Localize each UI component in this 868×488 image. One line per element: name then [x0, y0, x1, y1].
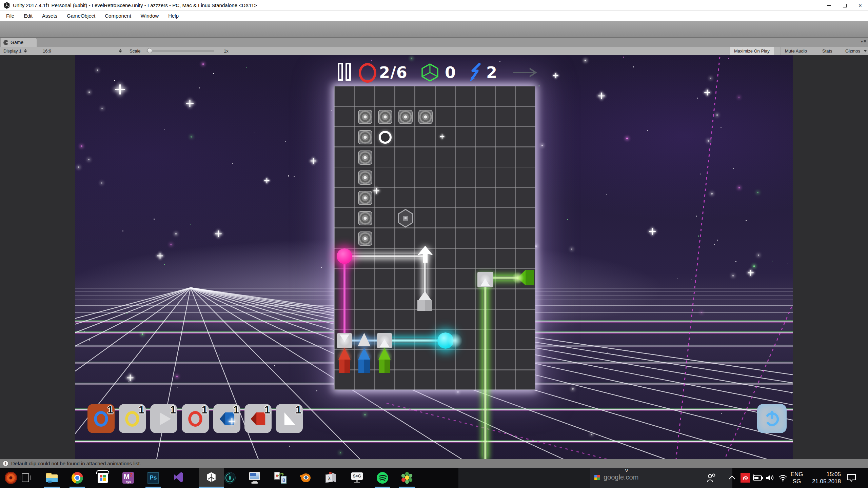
- taskbar-photoshop-button[interactable]: Ps: [146, 471, 160, 485]
- taskbar-file-explorer-button[interactable]: [45, 471, 59, 485]
- inventory-slot-yellow-ring-item[interactable]: 1: [119, 404, 146, 433]
- taskbar-ab-translate-button[interactable]: AB: [274, 471, 287, 485]
- receiver-green[interactable]: [377, 333, 392, 348]
- menu-item-gameobject[interactable]: GameObject: [62, 13, 100, 19]
- menu-item-file[interactable]: File: [1, 13, 19, 19]
- pink-node[interactable]: [337, 248, 352, 264]
- speaker-icon[interactable]: [766, 474, 775, 482]
- mirror-triangle-blue[interactable]: [356, 331, 372, 348]
- scale-slider[interactable]: [146, 47, 218, 55]
- action-center-icon[interactable]: [846, 473, 856, 482]
- panel-menu-icon[interactable]: ▾≡: [861, 39, 867, 44]
- power-button[interactable]: [757, 404, 787, 433]
- sparkle-star: [652, 231, 653, 232]
- green-laser-horizontal: [493, 276, 519, 280]
- editor-toolbar: Center Local Collab Account Layers: [0, 21, 868, 38]
- taskbar-lambda-tool-button[interactable]: λ: [324, 471, 337, 485]
- taskbar-m2sys-button[interactable]: M2sys: [121, 471, 135, 485]
- taskbar-task-view-button[interactable]: [19, 471, 32, 485]
- cyan-node[interactable]: [437, 332, 454, 349]
- notification-site-row[interactable]: google.com: [594, 473, 638, 481]
- board-wall-block[interactable]: [378, 110, 392, 124]
- taskbar-visual-studio-button[interactable]: [172, 471, 185, 485]
- inventory-slot-white-triangle-item[interactable]: 1: [276, 404, 303, 433]
- menu-item-assets[interactable]: Assets: [37, 13, 62, 19]
- taskbar-unity-button[interactable]: [204, 471, 218, 485]
- board-wall-block[interactable]: [398, 110, 413, 124]
- gizmos-dropdown[interactable]: Gizmos: [841, 47, 868, 55]
- board-wall-block[interactable]: [358, 170, 372, 185]
- language-indicator[interactable]: ENG SG: [789, 471, 804, 485]
- star: [177, 387, 178, 388]
- inventory-slot-blue-cube-item[interactable]: 1: [213, 404, 240, 433]
- board-hexagon[interactable]: [397, 209, 414, 228]
- white-emitter[interactable]: [416, 290, 434, 313]
- display-dropdown[interactable]: Display 1: [3, 47, 27, 55]
- stats-button[interactable]: Stats: [818, 47, 836, 55]
- inventory-slot-red-ring-item[interactable]: 1: [182, 404, 209, 433]
- m2sys-icon: M2sys: [122, 472, 134, 484]
- taskbar-spotify-button[interactable]: [376, 471, 389, 485]
- mirror-green[interactable]: [477, 272, 493, 287]
- status-bar[interactable]: ! Default clip could not be found in att…: [0, 459, 868, 468]
- board-wall-block[interactable]: [358, 110, 372, 124]
- inventory-slot-red-cube-item[interactable]: 1: [244, 404, 272, 433]
- wifi-icon[interactable]: [778, 474, 788, 482]
- taskbar-ms-store-button[interactable]: [96, 471, 110, 485]
- close-button[interactable]: ✕: [852, 0, 868, 11]
- board-wall-block[interactable]: [358, 211, 372, 225]
- white-arrow-mirror[interactable]: [415, 245, 435, 266]
- avira-icon[interactable]: [741, 473, 750, 483]
- star: [190, 224, 191, 224]
- board-wall-block[interactable]: [358, 130, 372, 144]
- maximize-on-play-button[interactable]: Maximize On Play: [730, 47, 774, 55]
- menu-item-help[interactable]: Help: [163, 13, 183, 19]
- red-emitter[interactable]: [337, 347, 352, 374]
- green-emitter[interactable]: [377, 347, 392, 374]
- battery-icon[interactable]: [752, 474, 764, 481]
- scale-slider-knob[interactable]: [147, 48, 152, 53]
- board-wall-block[interactable]: [358, 191, 372, 205]
- star: [199, 87, 200, 88]
- tab-game[interactable]: Game: [1, 38, 37, 47]
- star: [202, 63, 204, 65]
- taskbar-chrome-button[interactable]: [71, 471, 84, 485]
- board-wall-block[interactable]: [358, 231, 372, 246]
- taskbar-blender-button[interactable]: [299, 471, 313, 485]
- mute-audio-button[interactable]: Mute Audio: [781, 47, 811, 55]
- hud-next-arrow-icon[interactable]: [513, 67, 538, 78]
- star: [246, 67, 247, 68]
- taskbar-teal-app-button[interactable]: [223, 471, 237, 485]
- slot-count: 1: [202, 404, 208, 416]
- inventory-slot-gray-triangle-item[interactable]: 1: [150, 404, 177, 433]
- hud-pause-button[interactable]: [338, 63, 351, 81]
- menu-item-window[interactable]: Window: [136, 13, 163, 19]
- taskbar-remote-pc-button[interactable]: [248, 471, 261, 485]
- unity-window: Unity 2017.4.1f1 Personal (64bit) - Leve…: [0, 0, 868, 488]
- star: [746, 220, 747, 221]
- sparkle-star: [267, 180, 268, 181]
- board-wall-block[interactable]: [418, 110, 433, 124]
- taskbar-screen-to-gif-button[interactable]: S>G: [350, 471, 364, 485]
- inventory-slot-blue-ring-item[interactable]: 1: [87, 404, 115, 433]
- window-title: Unity 2017.4.1f1 Personal (64bit) - Leve…: [13, 2, 257, 8]
- maximize-button[interactable]: [837, 0, 852, 11]
- minimize-button[interactable]: [821, 0, 837, 11]
- board-wall-block[interactable]: [358, 150, 372, 165]
- taskbar-start-button[interactable]: [4, 471, 18, 485]
- green-receiver[interactable]: [517, 269, 534, 286]
- slot-count: 1: [107, 404, 113, 416]
- star: [164, 264, 165, 265]
- menu-item-edit[interactable]: Edit: [19, 13, 37, 19]
- tray-chevron-icon[interactable]: [728, 475, 736, 480]
- maps-icon: [594, 474, 600, 481]
- menu-item-component[interactable]: Component: [100, 13, 136, 19]
- blue-emitter[interactable]: [357, 347, 372, 374]
- aspect-dropdown[interactable]: 16:9: [43, 47, 122, 55]
- receiver-magenta[interactable]: [337, 333, 352, 348]
- star: [89, 339, 91, 341]
- clock[interactable]: 15:05 21.05.2018: [807, 471, 841, 485]
- taskbar-icq-button[interactable]: [400, 471, 414, 485]
- star: [499, 61, 500, 62]
- people-icon[interactable]: [706, 473, 716, 483]
